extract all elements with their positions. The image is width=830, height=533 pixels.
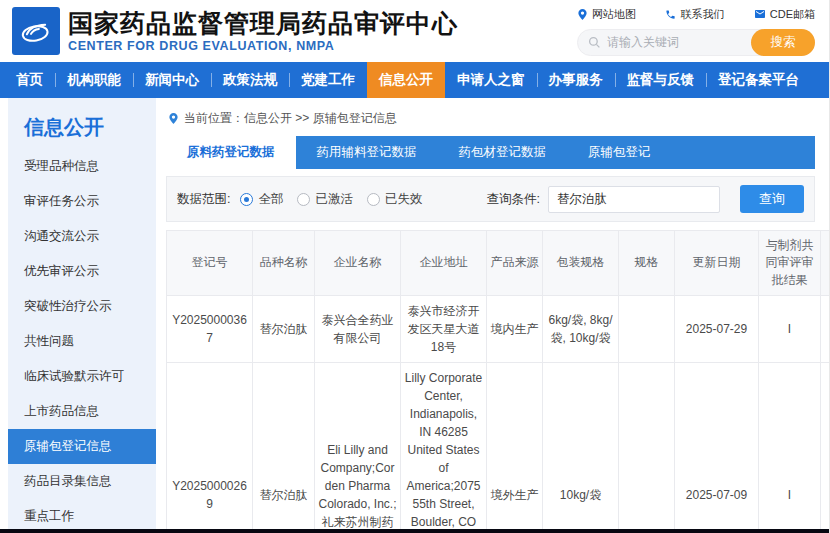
col-update-date: 更新日期: [675, 231, 759, 296]
radio-all[interactable]: 全部: [240, 191, 283, 208]
site-title-block: 国家药品监督管理局药品审评中心 CENTER FOR DRUG EVALUATI…: [68, 9, 458, 54]
radio-expired-dot: [367, 193, 380, 206]
sidebar-item-excipient-registration[interactable]: 原辅包登记信息: [8, 429, 156, 464]
location-icon: [577, 9, 588, 20]
cell-product-source: 境外生产: [487, 363, 543, 533]
cell-update-date: 2025-07-09: [675, 363, 759, 533]
cell-company-address: Lilly Corporate Center, Indianapolis, IN…: [401, 363, 487, 533]
nav-item-supervision[interactable]: 监督与反馈: [615, 62, 707, 98]
main-area: 信息公开 受理品种信息 审评任务公示 沟通交流公示 优先审评公示 突破性治疗公示…: [0, 98, 829, 529]
cell-variety-name: 替尔泊肽: [253, 296, 315, 363]
site-title: 国家药品监督管理局药品审评中心: [68, 9, 458, 38]
sidebar-title: 信息公开: [8, 98, 156, 149]
cell-product-source: 境内生产: [487, 296, 543, 363]
cell-spec: [619, 296, 675, 363]
query-label: 查询条件:: [487, 191, 540, 208]
col-registration-no: 登记号: [167, 231, 253, 296]
tabbar: 原料药登记数据 药用辅料登记数据 药包材登记数据 原辅包登记: [166, 136, 815, 169]
contact-link[interactable]: 联系我们: [665, 7, 724, 22]
main-nav: 首页 机构职能 新闻中心 政策法规 党建工作 信息公开 申请人之窗 办事服务 监…: [0, 62, 829, 98]
sidebar-item-review-tasks[interactable]: 审评任务公示: [8, 184, 156, 219]
cell-variety-name: 替尔泊肽: [253, 363, 315, 533]
cell-registration-no: Y20250000269: [167, 363, 253, 533]
cell-packaging-spec: 6kg/袋, 8kg/袋, 10kg/袋: [543, 296, 619, 363]
nav-item-info-disclosure[interactable]: 信息公开: [367, 62, 445, 98]
sidebar-item-common-issues[interactable]: 共性问题: [8, 324, 156, 359]
contact-label: 联系我们: [680, 7, 724, 22]
table-header-row: 登记号 品种名称 企业名称 企业地址 产品来源 包装规格 规格 更新日期 与制剂…: [167, 231, 830, 296]
nav-item-policies[interactable]: 政策法规: [211, 62, 289, 98]
cde-mail-link[interactable]: CDE邮箱: [754, 7, 815, 22]
breadcrumb-pin-icon: [168, 113, 179, 124]
table-row: Y20250000367 替尔泊肽 泰兴合全药业有限公司 泰兴市经济开发区天星大…: [167, 296, 830, 363]
search-input[interactable]: [607, 35, 748, 49]
search-icon: [588, 36, 601, 49]
cde-logo-icon: [16, 11, 56, 51]
header-search: 搜索: [577, 29, 815, 56]
col-variety-name: 品种名称: [253, 231, 315, 296]
sidebar-item-accepted-varieties[interactable]: 受理品种信息: [8, 149, 156, 184]
radio-activated-label: 已激活: [315, 191, 353, 208]
col-company-address: 企业地址: [401, 231, 487, 296]
sidebar-item-clinical-trial-license[interactable]: 临床试验默示许可: [8, 359, 156, 394]
radio-expired-label: 已失效: [385, 191, 423, 208]
radio-all-dot: [240, 193, 253, 206]
tab-excipient-registration[interactable]: 原辅包登记: [567, 136, 672, 169]
cell-joint-review-result: I: [759, 363, 821, 533]
nav-item-applicant-window[interactable]: 申请人之窗: [445, 62, 537, 98]
sidebar-item-priority-review[interactable]: 优先审评公示: [8, 254, 156, 289]
query-input[interactable]: [548, 186, 720, 213]
quick-links: 网站地图 联系我们 CDE邮箱: [577, 7, 815, 22]
col-remarks: 备注: [821, 231, 830, 296]
sidebar-item-drug-catalog[interactable]: 药品目录集信息: [8, 464, 156, 499]
radio-activated[interactable]: 已激活: [297, 191, 353, 208]
nav-item-party[interactable]: 党建工作: [289, 62, 367, 98]
cell-update-date: 2025-07-29: [675, 296, 759, 363]
window-bottom-edge: [0, 529, 829, 533]
topbar-right: 网站地图 联系我们 CDE邮箱 搜索: [577, 7, 815, 56]
cde-mail-label: CDE邮箱: [770, 7, 815, 22]
sidebar-item-key-work[interactable]: 重点工作: [8, 499, 156, 529]
nav-item-functions[interactable]: 机构职能: [55, 62, 133, 98]
radio-expired[interactable]: 已失效: [367, 191, 423, 208]
site-subtitle: CENTER FOR DRUG EVALUATION, NMPA: [68, 39, 458, 53]
site-header: 国家药品监督管理局药品审评中心 CENTER FOR DRUG EVALUATI…: [0, 0, 829, 62]
breadcrumb-text: 当前位置：信息公开 >> 原辅包登记信息: [184, 110, 397, 127]
sidebar-item-communication[interactable]: 沟通交流公示: [8, 219, 156, 254]
tab-packaging-registration-data[interactable]: 药包材登记数据: [438, 136, 568, 169]
nav-item-registration-platform[interactable]: 登记备案平台: [706, 62, 811, 98]
col-company-name: 企业名称: [315, 231, 401, 296]
table-row: Y20250000269 替尔泊肽 Eli Lilly and Company;…: [167, 363, 830, 533]
cell-company-name: 泰兴合全药业有限公司: [315, 296, 401, 363]
nav-item-news[interactable]: 新闻中心: [133, 62, 211, 98]
nav-item-home[interactable]: 首页: [4, 62, 55, 98]
cde-logo: [12, 7, 60, 55]
radio-activated-dot: [297, 193, 310, 206]
sidebar-item-breakthrough-therapy[interactable]: 突破性治疗公示: [8, 289, 156, 324]
scope-radio-group: 全部 已激活 已失效: [240, 191, 422, 208]
nav-item-services[interactable]: 办事服务: [537, 62, 615, 98]
cell-remarks: [821, 296, 830, 363]
cell-packaging-spec: 10kg/袋: [543, 363, 619, 533]
registration-table: 登记号 品种名称 企业名称 企业地址 产品来源 包装规格 规格 更新日期 与制剂…: [166, 230, 830, 533]
cell-remarks: [821, 363, 830, 533]
tab-excipient-registration-data[interactable]: 药用辅料登记数据: [296, 136, 438, 169]
search-button[interactable]: 搜索: [751, 29, 815, 56]
col-packaging-spec: 包装规格: [543, 231, 619, 296]
filter-bar: 数据范围: 全部 已激活 已失效 查询条件: 查询: [166, 176, 815, 222]
col-spec: 规格: [619, 231, 675, 296]
breadcrumb: 当前位置：信息公开 >> 原辅包登记信息: [168, 110, 815, 127]
sitemap-label: 网站地图: [592, 7, 636, 22]
radio-all-label: 全部: [258, 191, 283, 208]
tab-api-registration-data[interactable]: 原料药登记数据: [166, 136, 296, 169]
cell-registration-no: Y20250000367: [167, 296, 253, 363]
sidebar: 信息公开 受理品种信息 审评任务公示 沟通交流公示 优先审评公示 突破性治疗公示…: [8, 98, 156, 529]
phone-icon: [665, 9, 676, 20]
mail-icon: [754, 8, 766, 20]
col-product-source: 产品来源: [487, 231, 543, 296]
scope-label: 数据范围:: [177, 191, 230, 208]
sitemap-link[interactable]: 网站地图: [577, 7, 636, 22]
cell-company-name: Eli Lilly and Company;Corden Pharma Colo…: [315, 363, 401, 533]
sidebar-item-marketed-drugs[interactable]: 上市药品信息: [8, 394, 156, 429]
query-button[interactable]: 查询: [740, 185, 804, 213]
